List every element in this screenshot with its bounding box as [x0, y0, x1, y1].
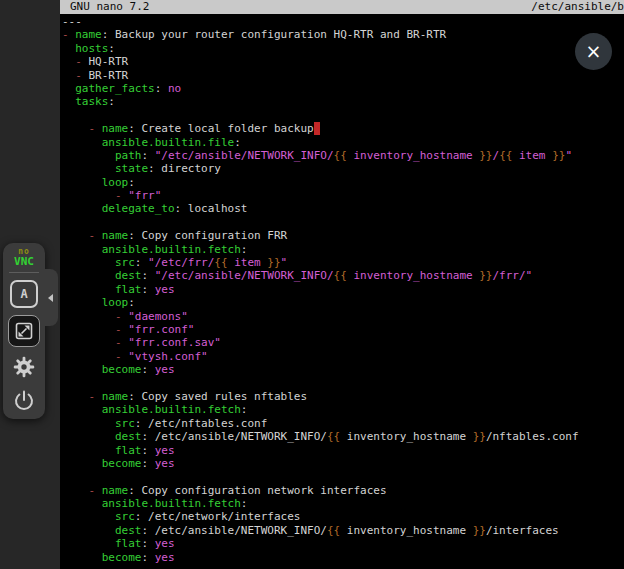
fullscreen-icon	[9, 316, 39, 346]
gear-icon	[11, 354, 37, 380]
code-line: - HQ-RTR	[62, 55, 624, 68]
code-line: - name: Create local folder backup	[62, 122, 624, 135]
code-line: dest: /etc/ansible/NETWORK_INFO/{{ inven…	[62, 430, 624, 443]
panel-divider	[9, 272, 39, 273]
collapse-arrow-icon	[48, 294, 53, 302]
nano-filepath-label: /etc/ansible/b	[531, 0, 624, 14]
novnc-logo: no VNC	[14, 248, 34, 267]
code-line: - name: Backup your router configuration…	[62, 28, 624, 41]
code-line: - name: Copy configuration FRR	[62, 229, 624, 242]
code-line: flat: yes	[62, 537, 624, 550]
code-line: - BR-RTR	[62, 69, 624, 82]
code-line: flat: yes	[62, 283, 624, 296]
code-line: ansible.builtin.file:	[62, 136, 624, 149]
keyboard-a-icon: A	[20, 287, 27, 301]
code-line: dest: /etc/ansible/NETWORK_INFO/{{ inven…	[62, 524, 624, 537]
code-line	[62, 470, 624, 483]
code-line: become: yes	[62, 551, 624, 564]
code-line: - name: Copy saved rules nftables	[62, 390, 624, 403]
code-line	[62, 377, 624, 390]
nano-titlebar: GNU nano 7.2 /etc/ansible/b	[60, 0, 624, 14]
code-line: become: yes	[62, 457, 624, 470]
code-line: gather_facts: no	[62, 82, 624, 95]
code-line: - "daemons"	[62, 310, 624, 323]
code-line: - "frr.conf"	[62, 323, 624, 336]
code-line: flat: yes	[62, 444, 624, 457]
code-line: hosts:	[62, 42, 624, 55]
code-line: tasks:	[62, 95, 624, 108]
code-line	[62, 109, 624, 122]
novnc-control-bar: no VNC A	[3, 243, 45, 419]
vnc-background-strip: no VNC A	[0, 0, 60, 569]
code-line: delegate_to: localhost	[62, 202, 624, 215]
code-line: state: directory	[62, 162, 624, 175]
close-button[interactable]: ×	[575, 33, 612, 70]
screen: no VNC A	[0, 0, 624, 569]
code-line: ansible.builtin.fetch:	[62, 243, 624, 256]
keyboard-button[interactable]: A	[10, 280, 38, 308]
code-line: loop:	[62, 176, 624, 189]
control-bar-handle[interactable]	[43, 269, 58, 326]
settings-button[interactable]	[10, 354, 38, 380]
code-line: become: yes	[62, 363, 624, 376]
code-line: - "frr"	[62, 189, 624, 202]
code-line: - "frr.conf.sav"	[62, 336, 624, 349]
novnc-logo-vnc: VNC	[14, 256, 34, 267]
power-button[interactable]	[10, 387, 38, 413]
code-line: src: /etc/nftables.conf	[62, 417, 624, 430]
power-icon	[11, 387, 37, 413]
code-line: src: /etc/network/interfaces	[62, 510, 624, 523]
code-line: ansible.builtin.fetch:	[62, 497, 624, 510]
code-line: ---	[62, 15, 624, 28]
close-icon: ×	[586, 42, 602, 61]
terminal-screen[interactable]: GNU nano 7.2 /etc/ansible/b ---- name: B…	[60, 0, 624, 569]
code-line	[62, 216, 624, 229]
code-line: - name: Copy configuration network inter…	[62, 484, 624, 497]
fullscreen-button[interactable]	[8, 315, 40, 347]
code-line: loop:	[62, 296, 624, 309]
editor-lines: ---- name: Backup your router configurat…	[60, 14, 624, 564]
code-line: ansible.builtin.fetch:	[62, 403, 624, 416]
code-line: - "vtysh.conf"	[62, 350, 624, 363]
nano-version-label: GNU nano 7.2	[70, 0, 149, 14]
code-line: src: "/etc/frr/{{ item }}"	[62, 256, 624, 269]
code-line: path: "/etc/ansible/NETWORK_INFO/{{ inve…	[62, 149, 624, 162]
code-line: dest: "/etc/ansible/NETWORK_INFO/{{ inve…	[62, 269, 624, 282]
